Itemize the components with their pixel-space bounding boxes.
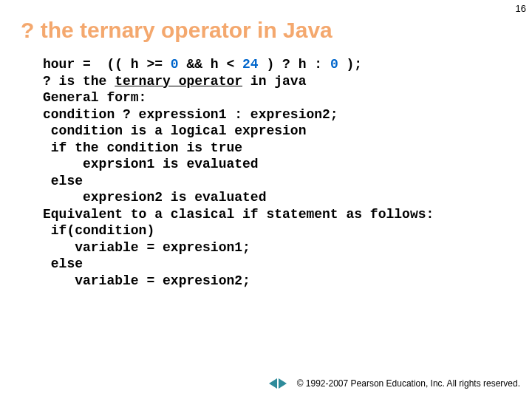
code-block: hour = (( h >= 0 && h < 24 ) ? h : 0 ); … [43, 56, 532, 289]
code-line: variable = expresion2; [43, 273, 250, 288]
code-underline: ternary operator [115, 74, 242, 89]
code-line: condition ? expression1 : expresion2; [43, 107, 338, 122]
code-line: exprsion1 is evaluated [43, 157, 259, 171]
code-text: ) ? h : [259, 57, 330, 72]
code-text: ); [338, 57, 362, 72]
code-line: else [43, 174, 83, 188]
next-icon[interactable] [279, 378, 287, 389]
copyright-text: © 1992-2007 Pearson Education, Inc. All … [297, 378, 520, 389]
code-line: variable = expresion1; [43, 240, 250, 255]
prev-icon[interactable] [269, 378, 277, 389]
code-text: in java [242, 74, 306, 89]
code-line: if(condition) [43, 223, 154, 238]
code-line: expresion2 is evaluated [43, 190, 266, 205]
slide-title: ? the ternary operator in Java [21, 18, 532, 43]
code-line: if the condition is true [43, 140, 242, 155]
code-line: ? is the ternary operator in java [43, 74, 306, 89]
code-line: condition is a logical expresion [43, 123, 306, 138]
nav-controls [269, 378, 287, 389]
code-line: hour = (( h >= 0 && h < 24 ) ? h : 0 ); [43, 57, 362, 72]
code-line: else [43, 256, 83, 271]
code-literal: 24 [242, 57, 259, 72]
code-text: && h < [179, 57, 242, 72]
code-literal: 0 [330, 57, 338, 72]
code-text: ? is the [43, 74, 115, 89]
page-number: 16 [516, 3, 526, 14]
code-line: General form: [43, 90, 146, 105]
code-text: hour = (( h >= [43, 57, 171, 72]
code-line: Equivalent to a clasical if statement as… [43, 207, 434, 222]
footer: © 1992-2007 Pearson Education, Inc. All … [269, 378, 520, 389]
code-literal: 0 [171, 57, 179, 72]
